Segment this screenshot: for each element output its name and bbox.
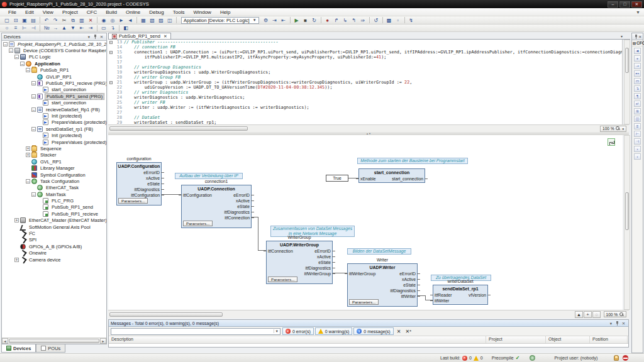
new-icon[interactable]: ▢ (3, 17, 11, 24)
editor-tab[interactable]: PubSub_RP1_send ✕ (108, 33, 171, 39)
order-last-icon[interactable]: ⇥ (87, 25, 94, 31)
collapse-icon[interactable]: – (31, 127, 36, 131)
cfc-output-pin[interactable]: eState (147, 181, 160, 187)
clean-icon[interactable]: ▫ (394, 17, 402, 24)
input-pin-tool-icon[interactable]: › (634, 146, 641, 152)
collapse-icon[interactable]: – (3, 42, 8, 47)
print-icon[interactable]: ▤ (30, 17, 37, 24)
pin-icon[interactable] (633, 34, 638, 40)
tree-item[interactable]: Library Manager (2, 165, 106, 171)
parameters-button[interactable]: Parameters... (349, 299, 379, 305)
parameters-button[interactable]: Parameters... (118, 198, 148, 204)
collapse-icon[interactable]: – (31, 107, 36, 112)
library-icon[interactable]: ▦ (140, 17, 147, 24)
tree-item[interactable]: PrepareValues (protected) (2, 119, 106, 126)
fold-collapse-icon[interactable]: – (109, 81, 113, 84)
cfc-output-pin[interactable]: xActive (236, 198, 250, 204)
control-point-tool-icon[interactable]: + (634, 55, 641, 62)
tree-item[interactable]: –Task Configuration (2, 178, 106, 184)
close-icon[interactable]: ✕ (638, 34, 643, 40)
tree-item[interactable]: PubSub_RP1_recieve (2, 211, 106, 217)
scrollbar-thumb[interactable] (9, 339, 99, 343)
tree-item[interactable]: start_connection (2, 87, 106, 93)
expand-icon[interactable]: + (14, 258, 19, 262)
connection-mark-source-tool-icon[interactable]: ⊢ (634, 131, 641, 137)
pin-icon[interactable] (92, 34, 98, 40)
cfc-output-pin[interactable]: eErrorID (143, 170, 160, 175)
tree-item[interactable]: +Sequence (2, 145, 106, 151)
cfc-output-pin[interactable]: eErrorID (233, 192, 250, 198)
order-down-icon[interactable]: ▼ (69, 25, 77, 31)
warn-filter-button[interactable]: 0 warning(s) (315, 327, 353, 335)
input-tool-icon[interactable]: ⊸ (634, 63, 641, 69)
menu-window[interactable]: Window (189, 9, 215, 16)
comment-tool-icon[interactable]: ≡ (634, 123, 641, 129)
cfc-output-pin[interactable]: itfDiagnostics (391, 288, 416, 293)
tree-item[interactable]: Symbol Configuration (2, 172, 106, 178)
output-pin-tool-icon[interactable]: ‹ (634, 153, 641, 160)
cfc-output-pin[interactable]: xActive (146, 175, 160, 181)
cfc-output-pin[interactable]: vfVersion (469, 292, 486, 298)
auto-route-icon[interactable] (608, 138, 615, 146)
scrollbar-thumb[interactable] (625, 192, 629, 230)
cfc-output-pin[interactable]: start_connection (392, 176, 423, 182)
cfc-instance-label[interactable]: Writer (347, 258, 418, 262)
close-icon[interactable]: ✕ (99, 34, 104, 40)
cfc-horizontal-scrollbar[interactable] (109, 312, 223, 317)
undo-icon[interactable]: ↶ (43, 17, 50, 24)
find-icon[interactable]: ◉ (100, 17, 108, 24)
breakpoint-new-icon[interactable]: ● (324, 17, 331, 24)
route-all-icon[interactable]: ↴ (109, 25, 116, 31)
edit-worksheet-icon[interactable]: ▭ (100, 25, 108, 31)
cfc-block-uadp-writergroup[interactable]: UADP.WriterGroupitfConnectioneErrorIDxAc… (266, 241, 333, 284)
select-mode-icon[interactable]: ▲ (575, 311, 583, 318)
cfc-comment[interactable]: Bilden der DataSetMessage (347, 248, 411, 255)
collapse-icon[interactable]: – (31, 192, 36, 197)
project-user[interactable]: Project user: (nobody) (554, 356, 597, 360)
delete-icon[interactable]: ✕ (87, 17, 94, 24)
login-icon[interactable]: ⇥ (271, 17, 279, 24)
tree-item[interactable]: EtherCAT_Task (2, 185, 106, 191)
panel-menu-icon[interactable]: ▾ (608, 321, 614, 326)
window-list-icon[interactable]: ◫ (166, 17, 174, 24)
cfc-instance-label[interactable]: connection1 (181, 179, 252, 184)
cfc-instance-label[interactable]: writerDataSet (433, 279, 488, 283)
tree-horizontal-scrollbar[interactable]: ◄ ► (2, 337, 106, 344)
composer-tool-icon[interactable]: ≋ (634, 108, 641, 114)
fold-collapse-icon[interactable]: – (109, 51, 113, 54)
cfc-input-pin[interactable]: itfWriterGroup (349, 271, 375, 277)
cfc-comment[interactable]: Aufbau der Verbindung über IP (175, 173, 243, 179)
menu-file[interactable]: File (4, 9, 21, 16)
menu-view[interactable]: View (38, 9, 58, 16)
column-header-object[interactable]: Object (546, 336, 590, 343)
tree-item[interactable]: Init (protected) (2, 132, 106, 138)
tree-item[interactable]: GVLIP_RP1 (2, 74, 106, 80)
cfc-input-pin[interactable]: xEnable (360, 176, 376, 182)
cfc-output-pin[interactable]: eErrorID (399, 271, 416, 277)
run-to-cursor-icon[interactable]: ⇒ (359, 17, 367, 24)
tree-item[interactable]: SPI (2, 237, 106, 243)
close-button[interactable]: ✕ (631, 1, 642, 8)
tree-item[interactable]: Onewire (2, 250, 106, 256)
step-into-icon[interactable]: ↳ (341, 17, 349, 24)
view-tab-devices[interactable]: Devices (1, 344, 36, 353)
collapse-icon[interactable]: – (26, 179, 30, 184)
code-horizontal-scrollbar[interactable] (109, 126, 248, 131)
column-header-position[interactable]: Position (590, 336, 628, 343)
tree-item[interactable]: –Application (2, 60, 106, 67)
cut-icon[interactable]: ✂ (60, 17, 68, 24)
redo-icon[interactable]: ↷ (52, 17, 59, 24)
order-first-icon[interactable]: ⇤ (78, 25, 86, 31)
cfc-block-uadp-configuration[interactable]: UADP.ConfigurationeErrorIDxActiveeStatei… (116, 162, 162, 206)
error-filter-button[interactable]: 0 error(s) (282, 327, 314, 335)
single-cycle-icon[interactable]: ↻ (311, 17, 318, 24)
minimize-button[interactable]: – (608, 1, 618, 8)
panel-menu-icon[interactable]: ▾ (86, 34, 92, 40)
menu-online[interactable]: Online (121, 9, 145, 16)
pin-icon[interactable] (614, 321, 620, 326)
cfc-block-senddataset_rp1[interactable]: sendDataSet_rp1itfReadervfVersionitfWrit… (433, 285, 488, 305)
negate-icon[interactable]: ○ (3, 25, 11, 31)
output-tool-icon[interactable]: ⊷ (634, 70, 641, 77)
menu-project[interactable]: Project (58, 9, 82, 16)
order-topological-icon[interactable]: № (43, 25, 50, 31)
